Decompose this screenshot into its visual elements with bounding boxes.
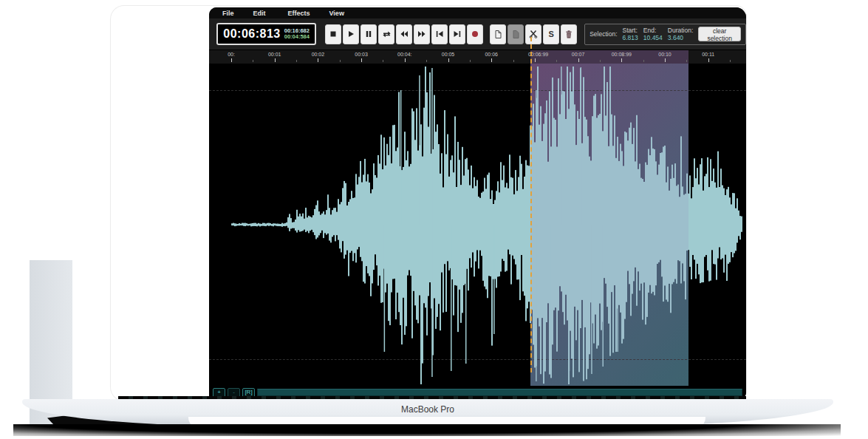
clear-selection-button[interactable]: clear selection (698, 27, 741, 41)
menu-effects[interactable]: Effects (288, 10, 310, 17)
time-display: 00:06:813 00:16:682 00:04:584 (216, 23, 316, 45)
copy-button[interactable] (490, 24, 506, 44)
paste-icon (511, 30, 520, 39)
waveform-area[interactable] (209, 64, 746, 386)
timeline-ruler[interactable]: 00:00:0100:0200:0300:04:00:0500:0600:06:… (209, 50, 746, 64)
edit-controls: S (490, 24, 577, 44)
toolbar: 00:06:813 00:16:682 00:04:584 (209, 18, 746, 50)
loop-button[interactable] (378, 24, 394, 44)
floor-shadow (13, 424, 841, 436)
pause-icon (364, 30, 373, 38)
selection-tint-overlay (530, 64, 688, 386)
laptop-base: MacBook Pro (22, 399, 833, 427)
s-marker-label: S (549, 30, 554, 38)
menu-view[interactable]: View (329, 10, 344, 17)
play-icon (346, 30, 355, 38)
fast-forward-icon (417, 30, 426, 38)
stop-icon (329, 30, 338, 38)
laptop-screen: File Edit Effects View 00:06:813 00:16:6… (111, 6, 746, 401)
secondary-time: 00:04:584 (284, 34, 310, 40)
skip-to-end-icon (453, 30, 462, 38)
rewind-icon (400, 30, 409, 38)
selection-label: Selection: (590, 30, 617, 38)
selection-start: Start: 6.813 (623, 27, 638, 41)
trash-icon (564, 30, 573, 39)
selection-panel: Selection: Start: 6.813 End: 10.454 Dura… (584, 24, 746, 45)
s-marker-button[interactable]: S (543, 24, 559, 44)
play-button[interactable] (343, 24, 359, 44)
waveform-viewport: 00:00:0100:0200:0300:04:00:0500:0600:06:… (209, 50, 746, 386)
skip-to-start-button[interactable] (431, 24, 448, 44)
device-label: MacBook Pro (22, 404, 833, 415)
current-time: 00:06:813 (223, 27, 280, 41)
transport-controls (325, 24, 483, 44)
playhead-cursor[interactable] (530, 37, 532, 372)
cut-button[interactable] (525, 24, 541, 44)
skip-to-start-icon (435, 30, 444, 38)
copy-icon (493, 30, 502, 39)
selection-end: End: 10.454 (643, 27, 663, 41)
selection-duration: Duration: 3.640 (668, 27, 694, 41)
stop-button[interactable] (325, 24, 341, 44)
menu-bar: File Edit Effects View (209, 7, 746, 18)
pause-button[interactable] (360, 24, 377, 44)
audio-editor-window: File Edit Effects View 00:06:813 00:16:6… (209, 7, 746, 402)
menu-file[interactable]: File (222, 10, 234, 17)
paste-button[interactable] (508, 24, 524, 44)
horizontal-scrollbar[interactable] (257, 389, 742, 396)
fast-forward-button[interactable] (414, 24, 430, 44)
delete-button[interactable] (561, 24, 577, 44)
rewind-button[interactable] (396, 24, 412, 44)
record-icon (471, 30, 479, 38)
macbook-mockup: File Edit Effects View 00:06:813 00:16:6… (0, 0, 868, 439)
record-button[interactable] (467, 24, 483, 44)
menu-edit[interactable]: Edit (253, 10, 266, 17)
skip-to-end-button[interactable] (449, 24, 465, 44)
loop-icon (382, 30, 392, 38)
